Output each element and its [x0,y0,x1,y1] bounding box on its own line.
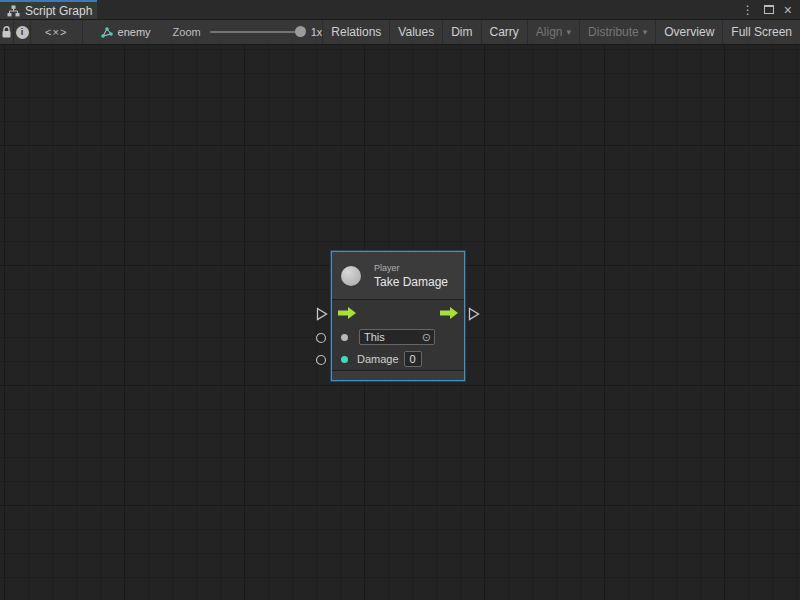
graph-asset-icon [100,26,113,39]
graph-toolbar: i <×> enemy Zoom 1x Relations Values Dim [0,20,800,45]
close-icon[interactable]: × [784,3,792,17]
external-flow-output-port[interactable] [468,307,480,321]
hierarchy-icon [7,5,20,17]
zoom-label: Zoom [173,26,201,38]
external-this-input-port[interactable] [315,332,327,344]
code-icon: <×> [45,26,67,38]
fullscreen-button[interactable]: Full Screen [722,20,800,44]
take-damage-node[interactable]: Player Take Damage This ⊙ [331,251,465,381]
this-port-row: This ⊙ [332,326,464,348]
flow-row [332,300,464,326]
chevron-down-icon: ▾ [567,27,572,37]
zoom-control: Zoom 1x [173,20,323,44]
zoom-slider-handle[interactable] [295,26,306,37]
flow-input-arrow-icon[interactable] [338,307,356,319]
overview-button[interactable]: Overview [655,20,722,44]
this-port-dot[interactable] [341,334,348,341]
damage-port-dot[interactable] [341,356,348,363]
lock-icon [1,26,12,39]
damage-value-field[interactable]: 0 [404,351,422,367]
node-header: Player Take Damage [332,252,464,300]
node-footer [332,370,464,380]
this-object-field[interactable]: This ⊙ [359,329,435,345]
tab-bar: Script Graph ⋮ × [0,0,800,20]
maximize-icon[interactable] [764,5,774,14]
window-controls: ⋮ × [742,0,800,19]
node-title: Take Damage [374,275,448,289]
values-button[interactable]: Values [389,20,442,44]
distribute-button[interactable]: Distribute ▾ [579,20,655,44]
external-flow-input-port[interactable] [316,307,328,321]
code-preview-button[interactable]: <×> [31,20,83,44]
external-damage-input-port[interactable] [315,354,327,366]
zoom-value: 1x [311,26,323,38]
carry-button[interactable]: Carry [481,20,527,44]
info-button[interactable]: i [14,20,31,44]
info-icon: i [16,26,29,39]
breadcrumb[interactable]: enemy [92,20,159,44]
circle-port-icon [315,332,327,344]
tab-title: Script Graph [25,4,92,18]
triangle-port-icon [468,307,480,321]
toolbar-buttons: Relations Values Dim Carry Align ▾ Distr… [322,20,800,44]
breadcrumb-label: enemy [118,26,151,38]
flow-output-arrow-icon[interactable] [440,307,458,319]
graph-canvas[interactable]: Player Take Damage This ⊙ [0,45,800,600]
chevron-down-icon: ▾ [643,27,648,37]
damage-port-label: Damage [357,353,399,365]
tab-script-graph[interactable]: Script Graph [0,0,97,19]
lock-button[interactable] [0,20,14,44]
node-subtitle: Player [374,263,448,273]
script-graph-window: Script Graph ⋮ × i <×> [0,0,800,600]
relations-button[interactable]: Relations [322,20,389,44]
zoom-slider[interactable] [210,31,302,33]
damage-port-row: Damage 0 [332,348,464,370]
circle-port-icon [315,354,327,366]
player-script-icon [341,266,361,286]
dim-button[interactable]: Dim [442,20,480,44]
triangle-port-icon [316,307,328,321]
this-field-value: This [364,331,385,343]
menu-icon[interactable]: ⋮ [742,4,754,16]
object-picker-icon[interactable]: ⊙ [422,332,431,343]
align-button[interactable]: Align ▾ [527,20,579,44]
